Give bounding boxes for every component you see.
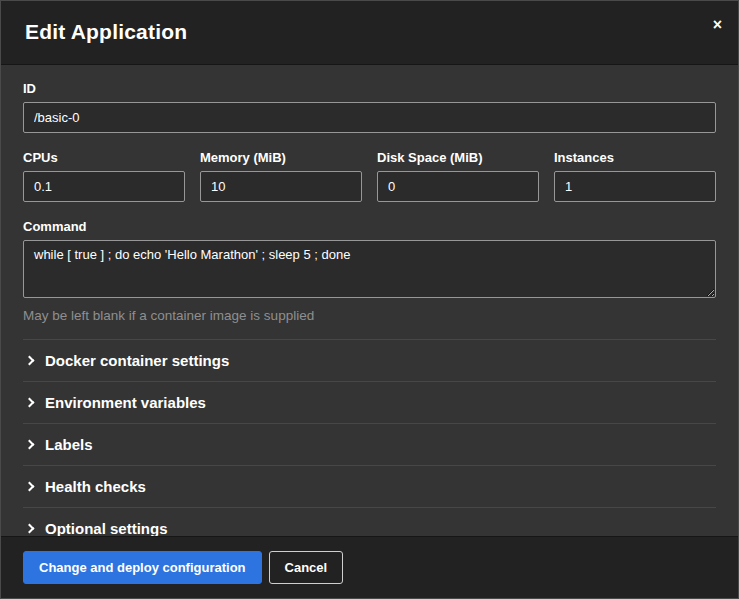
disk-input[interactable] <box>377 171 539 202</box>
chevron-right-icon <box>25 482 35 492</box>
command-textarea[interactable]: while [ true ] ; do echo 'Hello Marathon… <box>23 240 716 298</box>
cpus-field-group: CPUs <box>23 150 185 202</box>
memory-input[interactable] <box>200 171 362 202</box>
section-environment-variables[interactable]: Environment variables <box>23 381 716 423</box>
section-health-checks[interactable]: Health checks <box>23 465 716 507</box>
id-field-group: ID <box>23 81 716 133</box>
chevron-right-icon <box>25 356 35 366</box>
command-field-group: Command while [ true ] ; do echo 'Hello … <box>23 219 716 323</box>
section-label: Environment variables <box>45 394 206 411</box>
edit-application-modal: Edit Application × ID CPUs Memory (MiB) … <box>0 0 739 599</box>
cancel-button[interactable]: Cancel <box>269 551 344 584</box>
id-input[interactable] <box>23 102 716 133</box>
disk-label: Disk Space (MiB) <box>377 150 539 165</box>
command-label: Command <box>23 219 716 234</box>
modal-header: Edit Application × <box>1 1 738 65</box>
memory-field-group: Memory (MiB) <box>200 150 362 202</box>
collapsible-sections: Docker container settings Environment va… <box>23 339 716 536</box>
cpus-input[interactable] <box>23 171 185 202</box>
resources-row: CPUs Memory (MiB) Disk Space (MiB) Insta… <box>23 150 716 202</box>
modal-body: ID CPUs Memory (MiB) Disk Space (MiB) In… <box>1 65 738 536</box>
section-label: Docker container settings <box>45 352 229 369</box>
section-label: Labels <box>45 436 93 453</box>
instances-input[interactable] <box>554 171 716 202</box>
disk-field-group: Disk Space (MiB) <box>377 150 539 202</box>
section-optional-settings[interactable]: Optional settings <box>23 507 716 536</box>
section-docker-container-settings[interactable]: Docker container settings <box>23 339 716 381</box>
chevron-right-icon <box>25 440 35 450</box>
change-and-deploy-button[interactable]: Change and deploy configuration <box>23 551 262 584</box>
command-help-text: May be left blank if a container image i… <box>23 308 716 323</box>
memory-label: Memory (MiB) <box>200 150 362 165</box>
modal-title: Edit Application <box>25 20 714 44</box>
section-label: Health checks <box>45 478 146 495</box>
instances-label: Instances <box>554 150 716 165</box>
modal-footer: Change and deploy configuration Cancel <box>1 536 738 598</box>
chevron-right-icon <box>25 398 35 408</box>
close-icon[interactable]: × <box>713 17 722 33</box>
cpus-label: CPUs <box>23 150 185 165</box>
section-labels[interactable]: Labels <box>23 423 716 465</box>
instances-field-group: Instances <box>554 150 716 202</box>
chevron-right-icon <box>25 524 35 534</box>
id-label: ID <box>23 81 716 96</box>
section-label: Optional settings <box>45 520 168 536</box>
